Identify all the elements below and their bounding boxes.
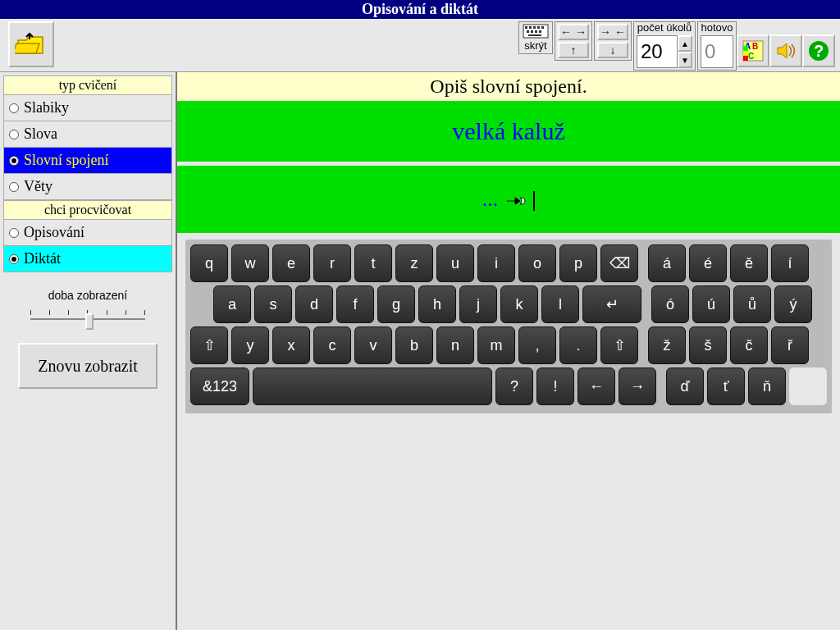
replay-button[interactable]: Znovu zobrazit [18,343,158,389]
key-ď[interactable]: ď [666,368,704,405]
svg-text:B: B [752,42,758,51]
key-x[interactable]: x [272,326,310,364]
svg-rect-16 [743,51,748,56]
key-š[interactable]: š [689,326,727,364]
task-count-input[interactable] [637,35,678,68]
key-arrow-left[interactable]: ← [578,368,615,405]
svg-rect-6 [527,30,529,33]
svg-rect-5 [541,26,544,29]
key-ť[interactable]: ť [707,368,745,405]
key-,[interactable]: , [518,326,556,364]
sound-button[interactable] [769,34,802,67]
arrows-out-vertical-button[interactable]: ↓ [597,42,628,58]
key-é[interactable]: é [689,244,727,282]
key-u[interactable]: u [436,244,474,282]
key-.[interactable]: . [559,326,597,364]
key-space[interactable] [253,368,492,405]
svg-rect-10 [528,34,541,36]
task-count-up-button[interactable]: ▲ [678,35,692,52]
svg-rect-1 [525,26,527,29]
key-c[interactable]: c [313,326,351,364]
key-ó[interactable]: ó [651,285,689,323]
key-b[interactable]: b [395,326,433,364]
key-ř[interactable]: ř [771,326,809,364]
help-icon: ? [807,39,830,62]
arrows-in-vertical-button[interactable]: ↑ [558,42,589,58]
key-y[interactable]: y [231,326,269,364]
key-k[interactable]: k [500,285,538,323]
key-shift-left[interactable]: ⇧ [190,326,228,364]
key-j[interactable]: j [459,285,497,323]
key-r[interactable]: r [313,244,351,282]
open-folder-button[interactable] [8,21,54,67]
hide-label[interactable]: skrýt [524,40,546,53]
color-settings-button[interactable]: A B C [737,34,769,67]
key-enter[interactable]: ↵ [582,285,641,323]
on-screen-keyboard: qwertzuiop⌫áéěí asdfghjkl↵óúůý ⇧yxcvbnm,… [185,240,832,413]
key-w[interactable]: w [231,244,269,282]
key-z[interactable]: z [395,244,433,282]
input-area[interactable]: ... [177,166,840,233]
key-arrow-right[interactable]: → [619,368,656,405]
svg-text:C: C [748,52,754,61]
svg-rect-15 [743,56,748,61]
key-s[interactable]: s [254,285,292,323]
radio-label: Věty [24,178,52,195]
arrows-in-horizontal-button[interactable]: ← → [558,24,589,40]
key-g[interactable]: g [377,285,415,323]
key-ě[interactable]: ě [730,244,768,282]
key-č[interactable]: č [730,326,768,364]
key-i[interactable]: i [477,244,515,282]
main-area: Opiš slovní spojení. velká kaluž ... qwe… [176,72,840,630]
done-count-display [701,35,733,68]
key-ů[interactable]: ů [733,285,771,323]
key-ý[interactable]: ý [774,285,812,323]
radio-icon [9,228,19,238]
type-header: typ cvičení [3,75,172,95]
radio-icon [9,254,19,264]
key-o[interactable]: o [518,244,556,282]
help-button[interactable]: ? [802,34,835,67]
tasks-label: počet úkolů [637,22,692,35]
key-ú[interactable]: ú [692,285,730,323]
key-v[interactable]: v [354,326,392,364]
key-backspace[interactable]: ⌫ [600,244,638,282]
key-t[interactable]: t [354,244,392,282]
radio-icon [9,182,19,192]
radio-label: Slabiky [24,99,69,116]
key-d[interactable]: d [295,285,333,323]
key-![interactable]: ! [536,368,574,405]
key-h[interactable]: h [418,285,456,323]
key-ň[interactable]: ň [748,368,786,405]
key-p[interactable]: p [559,244,597,282]
key-á[interactable]: á [648,244,686,282]
radio-option[interactable]: Slovní spojení [3,148,172,174]
key-ž[interactable]: ž [648,326,686,364]
move-controls-1: ← → ↑ [555,21,592,61]
key-numeric[interactable]: &123 [190,368,249,405]
key-n[interactable]: n [436,326,474,364]
task-count-down-button[interactable]: ▼ [678,52,692,68]
radio-option[interactable]: Opisování [3,220,172,246]
key-a[interactable]: a [213,285,251,323]
key-shift-right[interactable]: ⇧ [600,326,638,364]
keyboard-icon [523,24,549,40]
radio-option[interactable]: Věty [3,174,172,200]
key-m[interactable]: m [477,326,515,364]
radio-option[interactable]: Diktát [3,246,172,272]
radio-option[interactable]: Slabiky [3,95,172,121]
svg-rect-8 [535,30,537,33]
svg-rect-3 [533,26,536,29]
key-q[interactable]: q [190,244,228,282]
display-time-slider[interactable] [26,304,149,328]
hide-keyboard-group: skrýt [518,21,553,54]
radio-option[interactable]: Slova [3,121,172,148]
key-e[interactable]: e [272,244,310,282]
abc-color-icon: A B C [742,39,765,62]
key-?[interactable]: ? [495,368,533,405]
arrows-out-horizontal-button[interactable]: → ← [597,24,628,40]
key-f[interactable]: f [336,285,374,323]
title-bar: Opisování a diktát [0,0,840,19]
key-í[interactable]: í [771,244,809,282]
key-l[interactable]: l [541,285,579,323]
